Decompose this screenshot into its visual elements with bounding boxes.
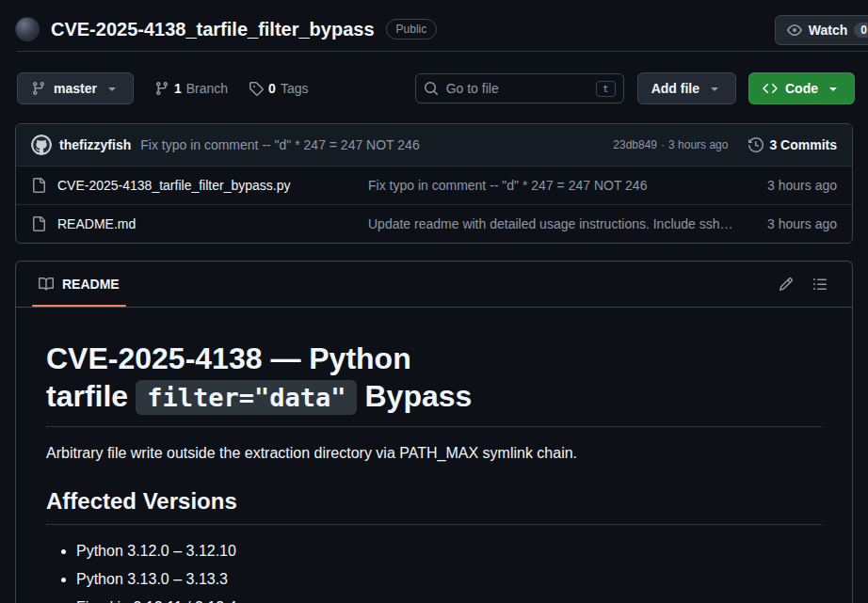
pencil-icon — [779, 277, 794, 292]
repo-toolbar: master 1 Branch 0 Tags t Add file Code — [0, 52, 868, 104]
edit-readme-button[interactable] — [773, 271, 799, 297]
file-link[interactable]: CVE-2025-4138_tarfile_filter_bypass.py — [31, 178, 368, 193]
file-age: 3 hours ago — [733, 216, 837, 231]
tags-label: Tags — [281, 81, 309, 96]
git-branch-icon — [154, 81, 169, 96]
table-row: CVE-2025-4138_tarfile_filter_bypass.py F… — [16, 166, 852, 204]
file-name-label: CVE-2025-4138_tarfile_filter_bypass.py — [57, 178, 290, 193]
table-row: README.md Update readme with detailed us… — [16, 204, 852, 243]
file-link[interactable]: README.md — [31, 216, 368, 231]
code-icon — [763, 81, 778, 96]
file-commit-message[interactable]: Fix typo in comment -- "d" * 247 = 247 N… — [368, 178, 733, 193]
affected-versions-heading: Affected Versions — [46, 487, 822, 525]
repo-page: CVE-2025-4138_tarfile_filter_bypass Publ… — [0, 0, 868, 603]
book-icon — [39, 277, 54, 292]
branches-link[interactable]: 1 Branch — [154, 81, 228, 96]
file-name-label: README.md — [57, 216, 136, 231]
code-button-label: Code — [785, 81, 818, 96]
tab-readme-label: README — [62, 277, 120, 292]
tags-count: 0 — [268, 81, 276, 96]
file-age: 3 hours ago — [733, 178, 837, 193]
list-item: Python 3.13.0 – 3.13.3 — [76, 568, 822, 591]
file-tree-box: thefizzyfish Fix typo in comment -- "d" … — [15, 123, 853, 244]
add-file-label: Add file — [651, 81, 699, 96]
tab-readme[interactable]: README — [24, 262, 135, 307]
commits-count-label: 3 Commits — [769, 137, 837, 152]
goto-file-shortcut-key: t — [596, 81, 616, 97]
latest-commit-bar: thefizzyfish Fix typo in comment -- "d" … — [16, 124, 852, 166]
branches-count: 1 — [174, 81, 182, 96]
file-icon — [31, 216, 46, 231]
list-item: Fixed in 3.12.11 / 3.13.4 — [76, 596, 822, 603]
commit-message[interactable]: Fix typo in comment -- "d" * 247 = 247 N… — [140, 137, 605, 152]
history-icon — [748, 137, 764, 152]
repo-header: CVE-2025-4138_tarfile_filter_bypass Publ… — [0, 0, 868, 51]
readme-title-suffix: Bypass — [364, 379, 472, 413]
readme-intro: Arbitrary file write outside the extract… — [46, 442, 822, 465]
git-branch-icon — [31, 81, 46, 96]
readme-title: CVE-2025-4138 — Python tarfilefilter="da… — [46, 340, 822, 427]
octocat-avatar-icon — [31, 135, 52, 155]
commit-meta-separator: · — [661, 138, 665, 151]
repo-owner-avatar[interactable] — [15, 17, 40, 41]
goto-file-search[interactable]: t — [415, 73, 624, 103]
branches-label: Branch — [186, 81, 228, 96]
branch-selector-label: master — [54, 81, 97, 96]
readme-tabbar: README — [16, 262, 852, 308]
readme-box: README CVE-2025-4138 — Python tarfilefil… — [15, 261, 853, 603]
list-item: Python 3.12.0 – 3.12.10 — [76, 540, 822, 563]
commit-author-avatar[interactable] — [31, 135, 52, 155]
chevron-down-icon — [826, 81, 841, 96]
chevron-down-icon — [707, 81, 722, 96]
commit-time: 3 hours ago — [668, 138, 728, 151]
file-commit-message[interactable]: Update readme with detailed usage instru… — [368, 216, 733, 231]
readme-content: CVE-2025-4138 — Python tarfilefilter="da… — [16, 308, 852, 603]
readme-actions — [773, 271, 844, 297]
commit-author-name[interactable]: thefizzyfish — [59, 137, 131, 152]
watch-count-badge: 0 — [854, 23, 868, 38]
file-icon — [31, 178, 46, 193]
code-button[interactable]: Code — [748, 72, 855, 104]
commit-hash-link[interactable]: 23db849 — [613, 138, 657, 151]
watch-button[interactable]: Watch 0 — [775, 15, 868, 45]
outline-button[interactable] — [807, 271, 833, 297]
eye-icon — [787, 23, 802, 38]
commit-history-link[interactable]: 3 Commits — [748, 137, 837, 152]
watch-label: Watch — [809, 23, 847, 38]
add-file-button[interactable]: Add file — [637, 72, 736, 104]
affected-versions-list: Python 3.12.0 – 3.12.10 Python 3.13.0 – … — [46, 540, 822, 603]
branch-selector[interactable]: master — [17, 72, 134, 104]
list-unordered-icon — [812, 277, 828, 292]
chevron-down-icon — [104, 81, 120, 96]
repo-title[interactable]: CVE-2025-4138_tarfile_filter_bypass — [51, 19, 375, 40]
visibility-badge: Public — [386, 19, 438, 40]
tag-icon — [249, 81, 264, 96]
goto-file-input[interactable] — [446, 81, 588, 96]
tags-link[interactable]: 0 Tags — [249, 81, 308, 96]
readme-title-code: filter="data" — [136, 380, 357, 415]
search-icon — [424, 81, 439, 96]
commit-meta: 23db849 · 3 hours ago — [613, 138, 728, 151]
